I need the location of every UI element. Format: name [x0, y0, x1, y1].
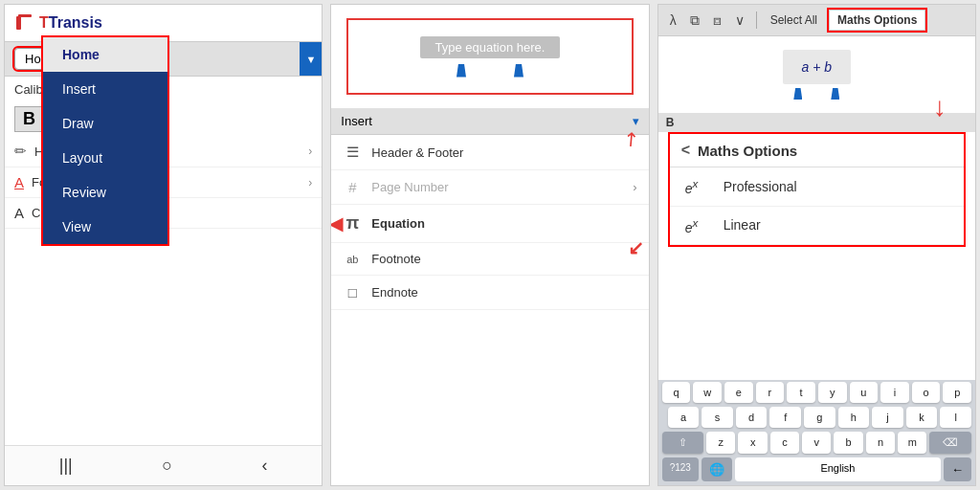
red-down-arrow-icon: ↓ [933, 94, 947, 121]
chevron-right-icon: › [633, 180, 636, 194]
key-s[interactable]: s [702, 407, 733, 428]
handle-left [457, 64, 466, 78]
key-x[interactable]: x [738, 432, 767, 454]
page-number-item[interactable]: # Page Number › [331, 170, 648, 205]
insert-dropdown-arrow[interactable]: ▾ [633, 114, 639, 128]
key-b[interactable]: b [834, 432, 862, 454]
key-n[interactable]: n [866, 432, 895, 454]
arrow-left-indicator: ◀ [330, 213, 343, 234]
key-g[interactable]: g [804, 407, 835, 428]
key-backspace[interactable]: ⌫ [929, 432, 971, 454]
endnote-label: Endnote [371, 285, 417, 300]
clear-formatting-icon: A [14, 205, 24, 221]
professional-label: Professional [724, 179, 797, 194]
key-v[interactable]: v [802, 432, 831, 454]
key-f[interactable]: f [769, 407, 801, 428]
maths-options-panel: < Maths Options ex Professional ex Linea… [668, 132, 966, 247]
handle-right [514, 64, 523, 78]
copy-icon[interactable]: ⧉ [686, 11, 703, 31]
equation-preview-area: a + b ↓ [658, 36, 975, 113]
paste-icon[interactable]: ⧈ [709, 11, 725, 31]
keyboard: q w e r t y u i o p a s d f g h j k l ⇧ … [658, 380, 975, 485]
equation-item[interactable]: π Equation ◀ ↙ [331, 205, 648, 243]
highlight-icon: ✏ [14, 143, 27, 160]
footnote-icon: ab [343, 254, 362, 265]
eq-handle-right [831, 88, 839, 100]
key-e[interactable]: e [724, 382, 753, 403]
header-footer-label: Header & Footer [371, 145, 463, 160]
key-shift[interactable]: ⇧ [662, 432, 704, 454]
back-icon[interactable]: ‹ [262, 456, 268, 476]
key-w[interactable]: w [693, 382, 722, 403]
key-k[interactable]: k [906, 407, 938, 428]
panel3-toolbar: λ ⧉ ⧈ ∨ Select All Maths Options [658, 5, 975, 36]
maths-options-header: < Maths Options [670, 134, 964, 167]
home-circle-icon[interactable]: ○ [162, 456, 172, 476]
key-l[interactable]: l [940, 407, 971, 428]
key-p[interactable]: p [943, 382, 971, 403]
menu-icon[interactable]: ||| [59, 456, 73, 476]
dropdown-v-icon[interactable]: ∨ [731, 11, 748, 30]
key-i[interactable]: i [880, 382, 909, 403]
endnote-item[interactable]: □ Endnote [331, 276, 648, 310]
key-j[interactable]: j [872, 407, 903, 428]
keyboard-row-2: a s d f g h j k l [658, 405, 975, 430]
equation-label: Equation [371, 216, 425, 231]
svg-rect-0 [16, 16, 21, 30]
keyboard-b-label: B [658, 113, 975, 132]
maths-options-button[interactable]: Maths Options [829, 10, 925, 31]
linear-icon: ex [685, 216, 712, 235]
nav-draw[interactable]: Draw [43, 106, 167, 141]
equation-box: Type equation here. [346, 18, 633, 95]
insert-label: Insert [341, 114, 372, 128]
equation-handles [457, 64, 523, 78]
header-footer-item[interactable]: ☰ Header & Footer ↗ [331, 135, 648, 170]
key-u[interactable]: u [850, 382, 879, 403]
maths-options-title: Maths Options [698, 143, 797, 159]
key-numbers[interactable]: ?123 [662, 457, 699, 481]
nav-layout[interactable]: Layout [43, 141, 167, 175]
key-o[interactable]: o [912, 382, 941, 403]
bold-button[interactable]: B [14, 106, 44, 132]
svg-rect-1 [18, 14, 32, 17]
professional-option[interactable]: ex Professional [670, 167, 964, 207]
key-q[interactable]: q [662, 382, 691, 403]
key-r[interactable]: r [756, 382, 785, 403]
font-colour-icon: A [14, 174, 24, 190]
logo-text: TTransis [39, 14, 102, 32]
key-a[interactable]: a [668, 407, 700, 428]
key-t[interactable]: t [787, 382, 815, 403]
panel-1: TTransis Home ⌃ → 💡 ▼ Calibri B I U ✏ Hi… [4, 4, 323, 486]
key-return[interactable]: ← [944, 457, 971, 481]
nav-home[interactable]: Home [43, 37, 167, 72]
select-all-btn[interactable]: Select All [765, 11, 823, 29]
transis-logo-icon [14, 12, 35, 33]
nav-view[interactable]: View [43, 210, 167, 244]
nav-insert[interactable]: Insert [43, 72, 167, 106]
footnote-item[interactable]: ab Footnote [331, 243, 648, 276]
nav-review[interactable]: Review [43, 175, 167, 210]
back-arrow-icon[interactable]: < [681, 142, 690, 159]
page-number-label: Page Number [371, 180, 448, 194]
divider [756, 11, 757, 29]
key-c[interactable]: c [770, 432, 799, 454]
linear-label: Linear [724, 217, 761, 233]
key-d[interactable]: d [736, 407, 768, 428]
key-globe[interactable]: 🌐 [702, 457, 732, 481]
insert-toolbar: Insert ▾ [331, 108, 648, 135]
nav-dropdown-menu: Home Insert Draw Layout Review View [43, 37, 167, 244]
equation-placeholder: Type equation here. [420, 36, 561, 58]
keyboard-bottom-row: ?123 🌐 English ← [658, 456, 975, 485]
panel-3: λ ⧉ ⧈ ∨ Select All Maths Options a + b ↓… [657, 4, 976, 486]
key-y[interactable]: y [818, 382, 847, 403]
linear-option[interactable]: ex Linear [670, 207, 964, 246]
lambda-icon[interactable]: λ [666, 11, 680, 30]
header-footer-icon: ☰ [343, 144, 362, 161]
key-z[interactable]: z [706, 432, 735, 454]
keyboard-row-1: q w e r t y u i o p [658, 380, 975, 405]
dropdown-arrow-icon[interactable]: ▼ [300, 42, 322, 76]
key-h[interactable]: h [838, 407, 870, 428]
key-m[interactable]: m [898, 432, 926, 454]
eq-handle-left [793, 88, 802, 100]
key-space[interactable]: English [735, 457, 941, 481]
